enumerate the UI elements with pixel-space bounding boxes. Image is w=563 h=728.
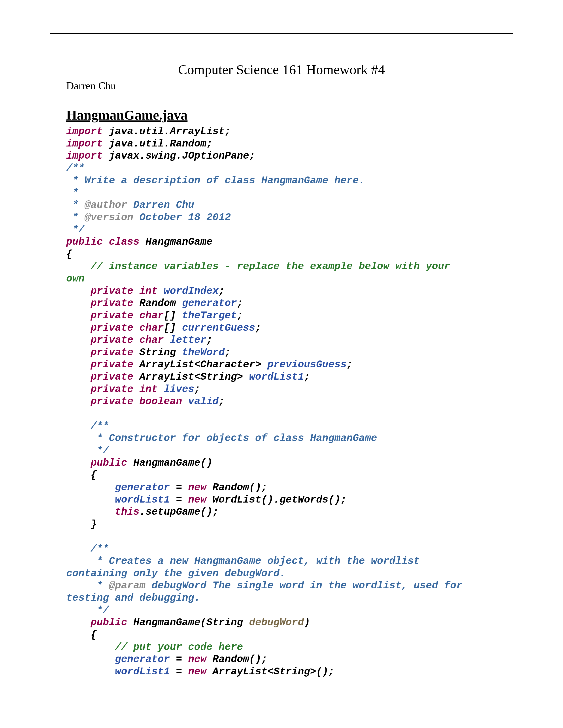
field-name: lives <box>164 384 194 395</box>
document-page: Computer Science 161 Homework #4 Darren … <box>66 62 497 678</box>
import-package: java.util.Random <box>109 138 206 150</box>
constructor-name: HangmanGame <box>133 457 200 469</box>
javadoc-line: containing only the given debugWord. <box>66 568 286 579</box>
javadoc-open: /** <box>66 163 85 174</box>
field-name: wordList1 <box>249 371 304 383</box>
field-name: valid <box>188 396 218 407</box>
javadoc-tag-author: @author <box>85 199 127 211</box>
javadoc-line: * <box>66 199 85 211</box>
comment-line: own <box>66 273 85 285</box>
field-name: theTarget <box>182 310 237 321</box>
field-name: currentGuess <box>182 322 255 334</box>
keyword-import: import <box>66 126 103 137</box>
field-name: letter <box>170 334 206 346</box>
comment-line: // put your code here <box>115 642 243 653</box>
keyword-import: import <box>66 138 103 150</box>
javadoc-line: testing and debugging. <box>66 592 200 604</box>
keyword-import: import <box>66 150 103 162</box>
javadoc-line: * Constructor for objects of class Hangm… <box>90 433 377 444</box>
field-name: previousGuess <box>267 359 347 370</box>
field-name: generator <box>182 298 237 309</box>
author-name: Darren Chu <box>66 80 497 92</box>
page-title: Computer Science 161 Homework #4 <box>66 62 497 77</box>
keyword-class: class <box>109 236 139 248</box>
filename-heading: HangmanGame.java <box>66 107 497 123</box>
class-name: HangmanGame <box>145 236 212 248</box>
code-block: import java.util.ArrayList; import java.… <box>66 126 497 678</box>
javadoc-close: */ <box>90 445 109 456</box>
import-package: javax.swing.JOptionPane <box>109 150 249 162</box>
javadoc-tag-param: @param <box>109 580 145 591</box>
javadoc-open: /** <box>90 420 109 432</box>
top-rule <box>50 33 513 34</box>
keyword-public: public <box>66 236 103 248</box>
brace-open: { <box>66 249 72 260</box>
javadoc-tag-version: @version <box>85 212 133 223</box>
javadoc-open: /** <box>90 543 109 555</box>
field-name: wordIndex <box>164 285 218 297</box>
field-name: theWord <box>182 347 225 358</box>
comment-line: // instance variables - replace the exam… <box>90 261 456 272</box>
import-package: java.util.ArrayList <box>109 126 225 137</box>
javadoc-line: * Write a description of class HangmanGa… <box>66 175 365 186</box>
javadoc-line: * <box>66 187 78 199</box>
javadoc-line: * <box>66 212 85 223</box>
javadoc-close: */ <box>90 605 109 616</box>
javadoc-close: */ <box>66 224 85 235</box>
constructor-name: HangmanGame <box>133 617 200 628</box>
parameter-name: debugWord <box>249 617 304 628</box>
javadoc-line: * Creates a new HangmanGame object, with… <box>90 555 426 567</box>
